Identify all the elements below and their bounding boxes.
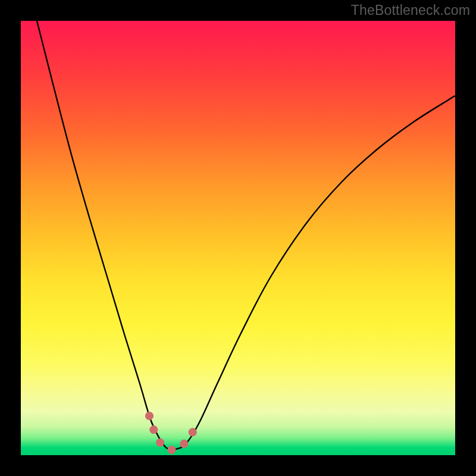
chart-frame: TheBottleneck.com (0, 0, 476, 476)
plot-area (21, 21, 455, 455)
bottleneck-curve (37, 21, 455, 450)
chart-svg (21, 21, 455, 455)
watermark-text: TheBottleneck.com (351, 2, 470, 18)
